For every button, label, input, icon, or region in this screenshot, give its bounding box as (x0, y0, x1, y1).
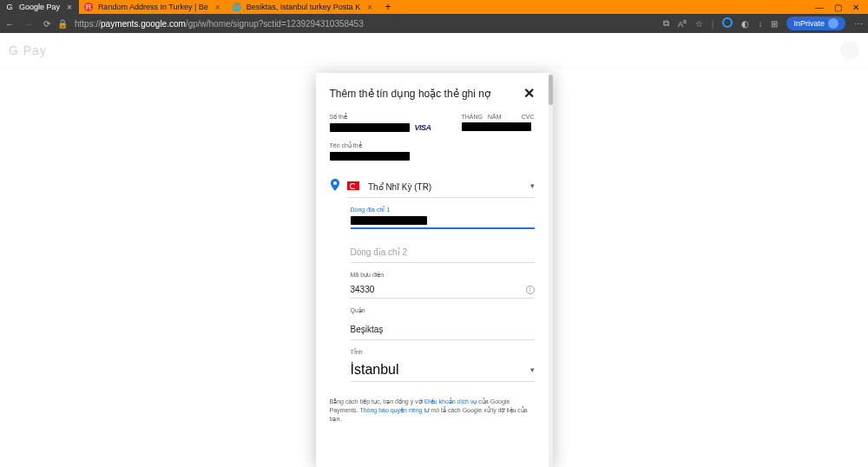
collections-icon[interactable]: ⊞ (771, 19, 778, 29)
favicon-besiktas: 🌐 (233, 3, 241, 11)
favicon-random: R (84, 3, 93, 11)
refresh-button[interactable]: ⟳ (43, 19, 50, 29)
privacy-notice-link[interactable]: Thông báo quyền riêng tư (359, 407, 429, 413)
province-value: İstanbul (351, 362, 399, 378)
country-select[interactable]: Thổ Nhĩ Kỳ (TR) ▾ (347, 174, 535, 198)
terms-pre: Bằng cách tiếp tục, bạn đồng ý với (330, 398, 425, 405)
country-name: Thổ Nhĩ Kỳ (TR) (368, 182, 431, 192)
divider: | (712, 19, 714, 29)
expiry-cvc-input[interactable] (462, 122, 531, 131)
postal-value: 34330 (351, 285, 375, 294)
back-button[interactable]: ← (5, 19, 14, 29)
scrollbar-thumb[interactable] (549, 75, 553, 105)
postal-input[interactable]: 34330 i (351, 281, 535, 299)
browser-addressbar: ← → ⟳ 🔒 https://payments.google.com/gp/w… (0, 14, 868, 33)
payment-modal: Thêm thẻ tín dụng hoặc thẻ ghi nợ ✕ Số t… (316, 73, 553, 467)
url-prefix: https:// (75, 19, 101, 29)
gpay-logo: G Pay (9, 43, 47, 57)
page-body: G Pay Thêm thẻ tín dụng hoặc thẻ ghi nợ … (0, 33, 868, 467)
tab-random-address[interactable]: R Random Address In Turkey | Be × (79, 0, 227, 14)
expiry-month-label: THÁNG (462, 114, 483, 120)
downloads-icon[interactable]: ↓ (758, 19, 762, 29)
modal-title: Thêm thẻ tín dụng hoặc thẻ ghi nợ (330, 88, 490, 100)
modal-scrollbar[interactable] (549, 73, 553, 467)
close-tab-icon[interactable]: × (365, 3, 374, 12)
card-number-input[interactable] (330, 123, 410, 132)
tab-label: Google Pay (19, 3, 60, 11)
reader-icon[interactable]: ⧉ (663, 18, 669, 29)
location-pin-icon (330, 179, 340, 194)
tab-label: Besiktas, Istanbul turkey Posta K (247, 3, 361, 11)
url-host: payments.google.com (101, 19, 186, 29)
tab-label: Random Address In Turkey | Be (98, 3, 208, 11)
url-path: /gp/w/home/signup?sctid=1239294310358453 (186, 19, 364, 29)
chevron-down-icon: ▾ (530, 181, 535, 190)
modal-wrap: Thêm thẻ tín dụng hoặc thẻ ghi nợ ✕ Số t… (0, 73, 868, 467)
close-tab-icon[interactable]: × (65, 3, 74, 12)
card-brand-icon: VISA (415, 123, 431, 132)
chevron-down-icon: ▾ (530, 365, 535, 374)
favicon-gpay: G (5, 3, 14, 11)
terms-of-service-link[interactable]: Điều khoản dịch vụ (424, 398, 477, 405)
address1-input[interactable] (351, 216, 535, 229)
avatar[interactable] (840, 41, 859, 60)
district-value: Beşiktaş (351, 325, 384, 334)
lock-icon: 🔒 (57, 19, 68, 29)
address1-label: Dòng địa chỉ 1 (351, 207, 535, 214)
inprivate-label: InPrivate (793, 19, 825, 28)
minimize-button[interactable]: — (815, 3, 824, 12)
postal-label: Mã bưu điện (351, 272, 535, 279)
new-tab-button[interactable]: + (379, 0, 397, 14)
cvc-label: CVC (522, 114, 535, 120)
gpay-header: G Pay (0, 33, 868, 68)
favorite-icon[interactable]: ☆ (695, 19, 703, 29)
cardholder-input[interactable] (330, 152, 410, 161)
cardholder-label: Tên chủ thẻ (330, 142, 535, 149)
inprivate-avatar-icon (828, 18, 838, 29)
district-label: Quận (351, 307, 535, 314)
address2-placeholder: Dòng địa chỉ 2 (351, 247, 408, 257)
browser-tabs: G Google Pay × R Random Address In Turke… (0, 0, 806, 14)
browser-titlebar: G Google Pay × R Random Address In Turke… (0, 0, 868, 14)
window-controls: — ▢ ✕ (806, 0, 868, 14)
maximize-button[interactable]: ▢ (834, 3, 842, 12)
forward-button[interactable]: → (24, 19, 33, 29)
info-icon[interactable]: i (526, 286, 535, 294)
expiry-year-label: NĂM (488, 114, 502, 120)
province-label: Tỉnh (351, 349, 535, 356)
tab-google-pay[interactable]: G Google Pay × (0, 0, 79, 14)
inprivate-badge[interactable]: InPrivate (786, 16, 845, 30)
close-modal-button[interactable]: ✕ (523, 85, 535, 102)
url-field[interactable]: https://payments.google.com/gp/w/home/si… (75, 19, 656, 29)
menu-button[interactable]: ⋯ (854, 19, 863, 29)
text-size-icon[interactable]: Aa (678, 18, 687, 29)
tab-besiktas[interactable]: 🌐 Besiktas, Istanbul turkey Posta K × (227, 0, 379, 14)
address2-input[interactable]: Dòng địa chỉ 2 (351, 240, 535, 263)
close-tab-icon[interactable]: × (214, 3, 222, 12)
copilot-icon[interactable] (722, 17, 733, 30)
turkey-flag-icon (347, 181, 359, 190)
terms-text: Bằng cách tiếp tục, bạn đồng ý với Điều … (316, 396, 549, 428)
card-number-label: Số thẻ (330, 114, 453, 121)
close-window-button[interactable]: ✕ (852, 3, 859, 12)
extensions-icon[interactable]: ◐ (741, 19, 749, 29)
province-select[interactable]: İstanbul ▾ (351, 358, 535, 382)
district-input[interactable]: Beşiktaş (351, 317, 535, 340)
